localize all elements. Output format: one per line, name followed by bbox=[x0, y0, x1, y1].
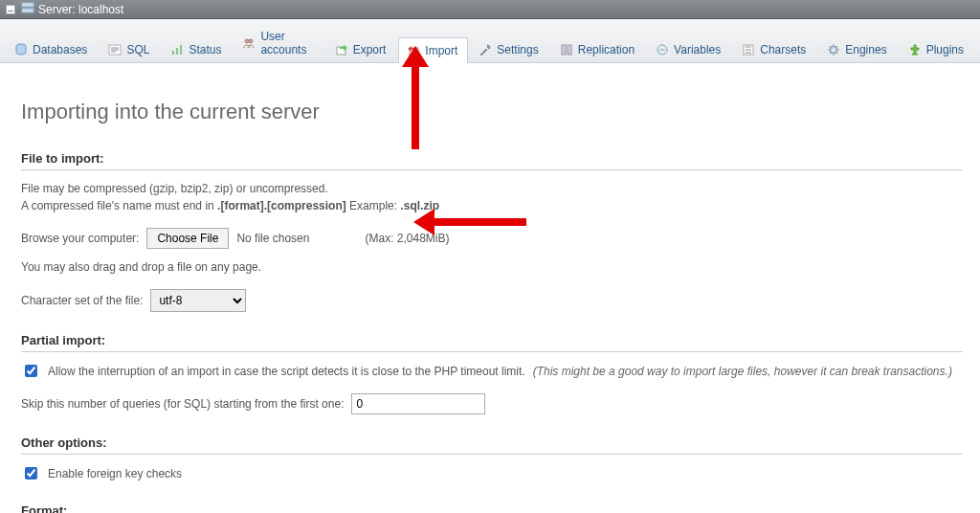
tab-label: Plugins bbox=[926, 43, 964, 56]
server-label: Server: localhost bbox=[38, 3, 123, 16]
svg-rect-11 bbox=[562, 45, 566, 55]
tab-user-accounts[interactable]: User accounts bbox=[234, 23, 323, 62]
svg-point-8 bbox=[249, 39, 253, 43]
section-partial-import-heading: Partial import: bbox=[21, 333, 963, 347]
skip-row: Skip this number of queries (for SQL) st… bbox=[21, 393, 963, 414]
section-format-heading: Format: bbox=[21, 503, 963, 513]
charset-select[interactable]: utf-8 bbox=[150, 289, 246, 312]
server-bar: – Server: localhost bbox=[0, 0, 980, 19]
annotation-arrow-left bbox=[431, 218, 526, 226]
tab-bar: Databases SQL Status User accounts Expor… bbox=[0, 19, 980, 63]
variables-icon bbox=[656, 43, 669, 56]
tab-databases[interactable]: Databases bbox=[6, 36, 98, 62]
file-help-line2: A compressed file's name must end in .[f… bbox=[21, 197, 963, 214]
svg-point-7 bbox=[245, 39, 249, 43]
divider bbox=[21, 454, 963, 455]
allow-interrupt-row: Allow the interruption of an import in c… bbox=[21, 362, 963, 380]
tab-label: Databases bbox=[33, 43, 87, 56]
wrench-icon bbox=[479, 43, 492, 56]
svg-rect-5 bbox=[176, 48, 178, 55]
tab-settings[interactable]: Settings bbox=[470, 36, 548, 62]
svg-rect-1 bbox=[22, 9, 33, 12]
divider bbox=[21, 351, 963, 352]
charset-row: Character set of the file: utf-8 bbox=[21, 289, 963, 312]
tab-label: Import bbox=[425, 44, 457, 57]
svg-rect-0 bbox=[22, 3, 33, 7]
svg-rect-12 bbox=[568, 45, 571, 55]
database-icon bbox=[14, 43, 28, 56]
choose-file-button[interactable]: Choose File bbox=[146, 228, 229, 249]
tab-charsets[interactable]: Charsets bbox=[733, 36, 816, 62]
fk-row: Enable foreign key checks bbox=[21, 464, 963, 482]
tab-label: Variables bbox=[674, 43, 721, 56]
charset-label: Character set of the file: bbox=[21, 294, 143, 307]
browse-row: Browse your computer: Choose File No fil… bbox=[21, 228, 963, 249]
tab-label: Status bbox=[189, 43, 221, 56]
collapse-icon[interactable]: – bbox=[6, 5, 15, 14]
replication-icon bbox=[560, 43, 573, 56]
tab-label: Export bbox=[353, 43, 387, 56]
fk-checkbox[interactable] bbox=[25, 467, 37, 480]
tab-variables[interactable]: Variables bbox=[647, 36, 731, 62]
svg-rect-4 bbox=[172, 51, 174, 55]
skip-input[interactable] bbox=[351, 393, 485, 414]
section-file-to-import-heading: File to import: bbox=[21, 151, 963, 166]
tab-sql[interactable]: SQL bbox=[100, 36, 160, 62]
tab-label: Engines bbox=[845, 43, 886, 56]
help-format-bold: .[format].[compression] bbox=[217, 199, 346, 212]
no-file-chosen-text: No file chosen bbox=[236, 232, 309, 245]
charsets-icon bbox=[742, 43, 755, 56]
status-icon bbox=[170, 43, 184, 56]
tab-label: SQL bbox=[126, 43, 149, 56]
help-text: Example: bbox=[349, 199, 400, 212]
allow-interrupt-label: Allow the interruption of an import in c… bbox=[48, 365, 525, 378]
drag-drop-note: You may also drag and drop a file on any… bbox=[21, 258, 963, 276]
section-other-options-heading: Other options: bbox=[21, 435, 963, 450]
browse-label: Browse your computer: bbox=[21, 232, 139, 245]
tab-engines[interactable]: Engines bbox=[818, 36, 897, 62]
allow-interrupt-checkbox[interactable] bbox=[25, 365, 37, 377]
max-size-text: (Max: 2,048MiB) bbox=[365, 232, 449, 245]
tab-export[interactable]: Export bbox=[326, 36, 397, 62]
tab-replication[interactable]: Replication bbox=[551, 36, 645, 62]
page-title: Importing into the current server bbox=[21, 100, 963, 124]
svg-point-16 bbox=[833, 49, 835, 52]
tab-label: User accounts bbox=[260, 30, 313, 56]
divider bbox=[21, 169, 963, 170]
content: Importing into the current server File t… bbox=[0, 63, 980, 513]
allow-interrupt-note: (This might be a good way to import larg… bbox=[533, 365, 952, 378]
fk-label: Enable foreign key checks bbox=[48, 467, 182, 480]
engines-icon bbox=[827, 43, 840, 56]
export-icon bbox=[335, 43, 348, 56]
users-icon bbox=[242, 36, 256, 50]
help-text: A compressed file's name must end in bbox=[21, 199, 217, 212]
tab-label: Charsets bbox=[760, 43, 806, 56]
file-help-line1: File may be compressed (gzip, bzip2, zip… bbox=[21, 180, 963, 197]
tab-label: Replication bbox=[578, 43, 635, 56]
annotation-arrow-up bbox=[412, 63, 419, 149]
plugins-icon bbox=[908, 43, 922, 56]
tab-status[interactable]: Status bbox=[162, 36, 232, 62]
tab-label: Settings bbox=[497, 43, 538, 56]
skip-label: Skip this number of queries (for SQL) st… bbox=[21, 397, 344, 411]
tab-plugins[interactable]: Plugins bbox=[900, 36, 974, 62]
sql-icon bbox=[108, 43, 122, 56]
server-icon bbox=[21, 2, 34, 16]
svg-rect-6 bbox=[180, 45, 182, 55]
